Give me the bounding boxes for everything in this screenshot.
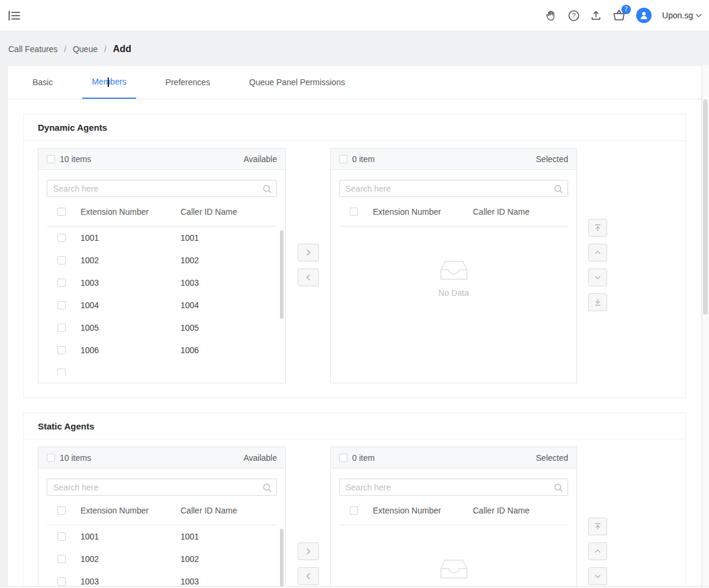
- header-checkbox[interactable]: [57, 506, 66, 515]
- chevron-left-icon: [305, 573, 312, 580]
- section-title: Dynamic Agents: [24, 114, 685, 141]
- account-name: Upon.sg: [662, 11, 693, 20]
- search-icon: [554, 483, 563, 492]
- agent-list: 1001 1001 1002 1002 1003 1003: [38, 227, 285, 376]
- row-checkbox[interactable]: [57, 279, 66, 287]
- transfer-buttons: [298, 244, 319, 286]
- upload-icon[interactable]: [590, 9, 602, 21]
- row-checkbox[interactable]: [57, 346, 66, 354]
- row-checkbox[interactable]: [57, 301, 66, 309]
- reorder-buttons: [588, 219, 607, 311]
- header-checkbox[interactable]: [350, 208, 358, 216]
- move-top-button[interactable]: [588, 219, 607, 237]
- search-input[interactable]: [339, 180, 568, 197]
- account-menu[interactable]: Upon.sg: [662, 11, 702, 20]
- table-row[interactable]: 1003 1003: [38, 570, 285, 588]
- chevron-right-icon: [305, 249, 312, 256]
- breadcrumb-queue[interactable]: Queue: [73, 44, 98, 54]
- row-checkbox[interactable]: [57, 532, 66, 541]
- select-all-checkbox[interactable]: [47, 454, 55, 462]
- row-checkbox[interactable]: [57, 369, 66, 376]
- scrollbar-thumb[interactable]: [280, 529, 283, 588]
- move-down-button[interactable]: [588, 567, 607, 585]
- header-checkbox[interactable]: [350, 506, 358, 515]
- topbar-actions: ? 7 Upon.sg: [545, 8, 702, 23]
- table-header: Extension Number Caller ID Name: [47, 197, 277, 227]
- header-checkbox[interactable]: [57, 208, 66, 216]
- menu-fold-icon[interactable]: [8, 11, 20, 21]
- select-all-checkbox[interactable]: [47, 155, 55, 163]
- table-row[interactable]: 1005 1005: [38, 316, 285, 339]
- table-header: Extension Number Caller ID Name: [47, 496, 277, 525]
- column-extension-number: Extension Number: [80, 207, 181, 217]
- selected-panel: 0 item Selected Extension Number Call: [330, 148, 577, 383]
- search-box: [339, 180, 568, 197]
- search-box: [339, 479, 568, 496]
- column-extension-number: Extension Number: [80, 506, 181, 515]
- caller-id-name: 1003: [181, 278, 199, 287]
- table-row[interactable]: 1002 1002: [38, 548, 285, 570]
- person-icon: [639, 11, 649, 20]
- row-checkbox[interactable]: [57, 256, 66, 264]
- chevron-left-icon: [305, 274, 312, 281]
- table-row[interactable]: 1004 1004: [38, 294, 285, 316]
- search-input[interactable]: [339, 479, 568, 496]
- move-up-button[interactable]: [588, 244, 607, 261]
- tab-members[interactable]: Members: [82, 66, 136, 99]
- breadcrumb: Call Features / Queue / Add: [0, 31, 709, 65]
- page-scrollbar-thumb[interactable]: [703, 99, 708, 315]
- move-bottom-button[interactable]: [588, 293, 607, 311]
- row-checkbox[interactable]: [57, 555, 66, 563]
- move-right-button[interactable]: [298, 244, 319, 261]
- row-checkbox[interactable]: [57, 234, 66, 242]
- extension-number: 1006: [80, 345, 181, 355]
- move-down-button[interactable]: [588, 269, 607, 286]
- column-caller-id-name: Caller ID Name: [473, 506, 530, 515]
- section-static-agents: Static Agents 10 items Available: [23, 412, 686, 588]
- hand-icon[interactable]: [545, 9, 557, 22]
- search-icon: [263, 185, 272, 193]
- extension-number: 1003: [80, 577, 181, 586]
- table-row[interactable]: 1001 1001: [38, 525, 285, 548]
- panel-label: Selected: [536, 154, 568, 164]
- basket-icon[interactable]: 7: [613, 9, 626, 21]
- no-data-text: No Data: [439, 288, 469, 298]
- move-left-button[interactable]: [298, 567, 319, 585]
- notification-badge: 7: [621, 5, 631, 14]
- move-right-button[interactable]: [298, 542, 319, 560]
- available-panel: 10 items Available Extension Number C: [38, 447, 286, 588]
- breadcrumb-call-features[interactable]: Call Features: [8, 44, 57, 54]
- avatar[interactable]: [636, 8, 652, 23]
- tab-basic[interactable]: Basic: [23, 66, 62, 99]
- tab-queue-panel-permissions[interactable]: Queue Panel Permissions: [240, 66, 354, 99]
- search-icon: [263, 483, 272, 492]
- tab-preferences[interactable]: Preferences: [156, 66, 220, 99]
- panel-label: Selected: [536, 453, 568, 463]
- select-all-checkbox[interactable]: [339, 155, 347, 163]
- extension-number: 1002: [80, 554, 181, 564]
- move-top-icon: [594, 224, 602, 232]
- move-up-button[interactable]: [588, 542, 607, 560]
- row-checkbox[interactable]: [57, 577, 66, 586]
- move-left-button[interactable]: [298, 269, 319, 286]
- empty-state: No Data: [331, 558, 576, 588]
- row-checkbox[interactable]: [57, 324, 66, 332]
- move-top-button[interactable]: [588, 518, 607, 535]
- table-row[interactable]: 1001 1001: [38, 227, 285, 249]
- panel-header: 0 item Selected: [331, 447, 576, 469]
- table-row[interactable]: 1002 1002: [38, 249, 285, 272]
- search-input[interactable]: [47, 479, 277, 496]
- panel-label: Available: [243, 453, 277, 463]
- search-input[interactable]: [47, 180, 277, 197]
- topbar: ? 7 Upon.sg: [0, 0, 709, 31]
- tab-label: Basic: [33, 77, 53, 87]
- table-row[interactable]: [38, 361, 285, 376]
- table-row[interactable]: 1003 1003: [38, 272, 285, 294]
- select-all-checkbox[interactable]: [339, 454, 347, 462]
- help-icon[interactable]: ?: [568, 10, 579, 21]
- table-header: Extension Number Caller ID Name: [339, 197, 568, 227]
- tab-label: Preferences: [166, 77, 210, 87]
- extension-number: 1001: [80, 532, 181, 541]
- table-row[interactable]: 1006 1006: [38, 339, 285, 361]
- scrollbar-thumb[interactable]: [280, 230, 283, 319]
